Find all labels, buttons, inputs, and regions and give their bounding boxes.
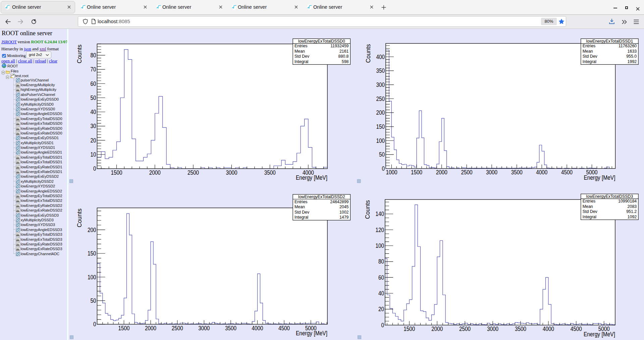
svg-text:10990184: 10990184 <box>618 199 637 204</box>
svg-text:11763260: 11763260 <box>619 44 637 48</box>
svg-text:880.8: 880.8 <box>338 54 348 59</box>
svg-text:1002: 1002 <box>339 210 349 215</box>
svg-text:Counts: Counts <box>365 44 372 63</box>
svg-text:2000: 2000 <box>145 325 156 332</box>
svg-text:Std Dev: Std Dev <box>294 54 310 59</box>
svg-text:Counts: Counts <box>76 209 83 227</box>
svg-text:4000: 4000 <box>543 326 554 332</box>
svg-text:20: 20 <box>378 306 384 313</box>
svg-text:2500: 2500 <box>461 169 472 176</box>
svg-text:2000: 2000 <box>431 326 443 332</box>
svg-text:50: 50 <box>91 95 96 101</box>
svg-text:1500: 1500 <box>118 325 130 332</box>
svg-text:lowEnergyExTotalDSSD0: lowEnergyExTotalDSSD0 <box>298 39 345 44</box>
svg-text:40: 40 <box>91 109 96 115</box>
svg-text:2045: 2045 <box>339 205 349 209</box>
svg-text:350: 350 <box>376 67 385 74</box>
svg-text:Mean: Mean <box>294 49 305 54</box>
svg-text:Entries: Entries <box>294 200 308 204</box>
svg-text:Energy [MeV]: Energy [MeV] <box>296 330 327 337</box>
svg-text:100: 100 <box>376 242 384 249</box>
svg-text:30: 30 <box>91 123 96 129</box>
svg-text:0: 0 <box>93 321 96 328</box>
svg-text:2000: 2000 <box>436 169 447 176</box>
svg-text:3500: 3500 <box>515 326 526 332</box>
svg-text:2161: 2161 <box>339 49 349 54</box>
svg-text:4000: 4000 <box>536 169 547 176</box>
svg-text:4500: 4500 <box>278 325 290 332</box>
svg-text:11932459: 11932459 <box>330 44 348 48</box>
svg-text:140: 140 <box>376 211 384 217</box>
svg-text:1479: 1479 <box>339 215 349 220</box>
svg-text:Entries: Entries <box>294 44 308 48</box>
svg-text:2500: 2500 <box>187 169 199 176</box>
svg-text:3500: 3500 <box>225 325 236 332</box>
svg-text:Mean: Mean <box>583 49 593 54</box>
svg-text:100: 100 <box>376 137 385 144</box>
svg-text:lowEnergyExTotalDSSD1: lowEnergyExTotalDSSD1 <box>586 39 633 44</box>
svg-text:80: 80 <box>91 52 96 59</box>
svg-text:Energy [MeV]: Energy [MeV] <box>296 174 327 181</box>
svg-text:2500: 2500 <box>459 326 471 332</box>
svg-text:Energy [MeV]: Energy [MeV] <box>584 331 615 338</box>
svg-text:250: 250 <box>376 96 385 102</box>
svg-text:50: 50 <box>91 297 96 304</box>
svg-text:3500: 3500 <box>264 169 276 176</box>
svg-text:60: 60 <box>378 274 384 281</box>
svg-text:60: 60 <box>91 80 96 87</box>
svg-text:50: 50 <box>379 151 385 158</box>
svg-text:0: 0 <box>93 165 96 172</box>
svg-text:Integral: Integral <box>583 59 596 64</box>
svg-text:200: 200 <box>88 227 96 233</box>
svg-text:0: 0 <box>382 165 385 172</box>
svg-text:4500: 4500 <box>561 169 573 176</box>
svg-text:951.2: 951.2 <box>626 209 637 214</box>
svg-text:Integral: Integral <box>294 59 308 64</box>
svg-text:Integral: Integral <box>294 215 308 220</box>
svg-text:4500: 4500 <box>571 326 582 332</box>
svg-text:Counts: Counts <box>76 45 83 63</box>
svg-text:1992: 1992 <box>628 59 637 64</box>
svg-text:0: 0 <box>381 322 384 329</box>
svg-text:955.0: 955.0 <box>626 54 637 59</box>
svg-text:3000: 3000 <box>198 325 210 332</box>
svg-text:1500: 1500 <box>404 326 415 332</box>
svg-text:120: 120 <box>376 227 384 233</box>
svg-text:2000: 2000 <box>149 169 161 176</box>
svg-text:Mean: Mean <box>583 204 593 209</box>
svg-text:400: 400 <box>376 54 385 60</box>
svg-text:Entries: Entries <box>583 44 596 48</box>
svg-text:300: 300 <box>376 81 385 88</box>
svg-text:lowEnergyExTotalDSSD2: lowEnergyExTotalDSSD2 <box>298 194 345 199</box>
svg-text:2500: 2500 <box>172 325 183 332</box>
svg-text:1633: 1633 <box>628 49 637 54</box>
svg-text:3500: 3500 <box>511 169 523 176</box>
svg-text:1000: 1000 <box>386 169 397 176</box>
svg-text:lowEnergyExTotalDSSD3: lowEnergyExTotalDSSD3 <box>586 194 633 199</box>
svg-text:1092: 1092 <box>628 215 637 219</box>
svg-text:Std Dev: Std Dev <box>583 54 598 59</box>
svg-text:Energy [MeV]: Energy [MeV] <box>584 174 615 181</box>
svg-text:100: 100 <box>88 274 96 281</box>
svg-text:Counts: Counts <box>364 200 371 219</box>
svg-text:1500: 1500 <box>111 169 122 176</box>
svg-text:Mean: Mean <box>294 205 305 209</box>
svg-text:150: 150 <box>376 123 385 130</box>
svg-text:200: 200 <box>376 109 385 116</box>
svg-text:1500: 1500 <box>411 169 422 176</box>
svg-text:20: 20 <box>91 137 96 144</box>
svg-text:40: 40 <box>378 290 384 297</box>
svg-text:2083: 2083 <box>628 204 637 209</box>
svg-text:3000: 3000 <box>487 326 498 332</box>
svg-text:Std Dev: Std Dev <box>294 210 310 215</box>
svg-text:80: 80 <box>378 258 384 265</box>
svg-text:70: 70 <box>91 66 96 73</box>
svg-text:Std Dev: Std Dev <box>583 209 598 214</box>
svg-text:24642899: 24642899 <box>330 200 348 204</box>
svg-text:10: 10 <box>91 151 96 158</box>
svg-text:Entries: Entries <box>583 199 596 204</box>
svg-text:3000: 3000 <box>486 169 497 176</box>
svg-text:3000: 3000 <box>226 169 237 176</box>
svg-text:598: 598 <box>342 59 349 64</box>
svg-text:150: 150 <box>88 250 96 257</box>
